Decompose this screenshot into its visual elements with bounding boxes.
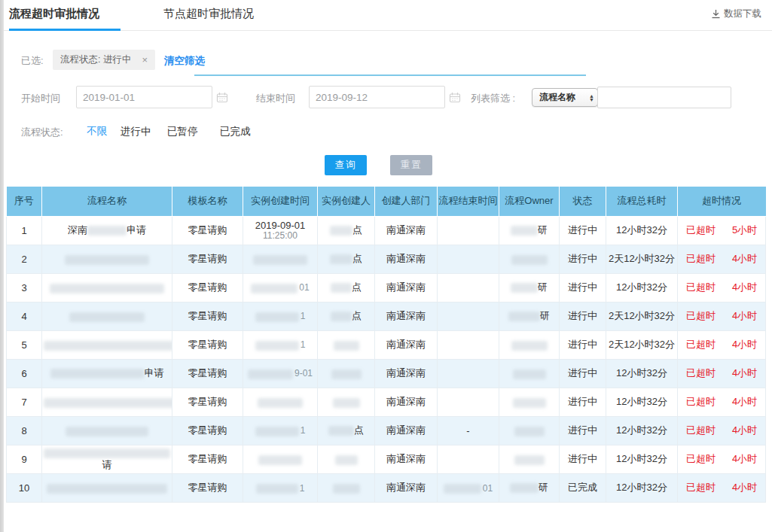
- cell-template: 零星请购: [172, 473, 243, 502]
- cell-owner: [499, 445, 560, 473]
- cell-text: 研: [540, 310, 550, 321]
- redacted-content: [513, 398, 546, 408]
- overtime-hours: 4小时: [732, 424, 757, 437]
- cell-dept: 南通深南: [375, 216, 438, 245]
- cell-duration: 12小时32分: [606, 388, 678, 416]
- tab-bar: 流程超时审批情况 节点超时审批情况 数据下载: [4, 0, 772, 31]
- cell-dept: 南通深南: [375, 245, 438, 273]
- cell-overtime: 已超时4小时: [678, 245, 766, 273]
- redacted-content: [511, 283, 538, 293]
- list-filter-keyword-input[interactable]: [597, 87, 731, 108]
- tab-node-overtime[interactable]: 节点超时审批情况: [163, 7, 254, 21]
- calendar-icon[interactable]: [449, 92, 461, 103]
- redacted-content: [251, 284, 298, 293]
- redacted-content: [511, 341, 548, 351]
- tab-process-overtime[interactable]: 流程超时审批情况: [9, 7, 99, 21]
- status-option-running[interactable]: 进行中: [121, 125, 151, 138]
- cell-text: 研: [538, 281, 548, 293]
- cell-duration: 12小时32分: [606, 416, 678, 445]
- cell-created: [243, 388, 318, 416]
- overtime-hours: 4小时: [732, 309, 757, 323]
- cell-fragment: 1: [300, 483, 305, 494]
- column-header: 实例创建人: [318, 187, 375, 216]
- column-header: 流程名称: [42, 187, 172, 216]
- start-date-field[interactable]: [76, 86, 212, 108]
- cell-duration: 12小时32分: [606, 445, 678, 473]
- column-header: 序号: [7, 187, 42, 216]
- data-download-button[interactable]: 数据下载: [711, 8, 761, 20]
- remove-filter-icon[interactable]: ×: [142, 54, 148, 65]
- overtime-status: 已超时: [686, 223, 716, 237]
- table-row: 10零星请购1南通深南01研已完成12小时32分已超时4小时: [7, 473, 766, 502]
- overtime-hours: 4小时: [732, 366, 757, 380]
- overtime-hours: 5小时: [732, 223, 757, 237]
- table-row: 2零星请购点南通深南进行中2天12小时32分已超时4小时: [7, 245, 766, 273]
- cell-created: 9-01: [243, 359, 318, 388]
- overtime-hours: 4小时: [732, 252, 757, 266]
- cell-end: [438, 388, 499, 416]
- end-date-field[interactable]: [309, 86, 445, 108]
- column-header: 流程Owner: [499, 187, 560, 216]
- cell-text: 点: [354, 424, 364, 436]
- select-arrows-icon: ▲▼: [589, 94, 594, 102]
- redacted-content: [44, 341, 172, 351]
- reset-button[interactable]: 重置: [390, 155, 432, 175]
- cell-no: 5: [7, 330, 42, 359]
- cell-name: [42, 330, 172, 359]
- table-body: 1深南申请零星请购2019-09-0111:25:00点南通深南研进行中12小时…: [7, 216, 766, 502]
- cell-name: [42, 416, 172, 445]
- cell-creator: [318, 388, 375, 416]
- cell-duration: 2天12小时32分: [606, 330, 678, 359]
- cell-status: 进行中: [560, 359, 606, 388]
- cell-owner: [499, 330, 560, 359]
- overtime-hours: 4小时: [732, 281, 757, 294]
- redacted-content: [65, 255, 149, 265]
- column-header: 流程结束时间: [438, 187, 499, 216]
- cell-created: 2019-09-0111:25:00: [243, 216, 318, 245]
- redacted-content: [335, 455, 358, 465]
- redacted-content: [66, 427, 148, 436]
- status-option-all[interactable]: 不限: [87, 125, 107, 138]
- overtime-status: 已超时: [686, 309, 716, 323]
- cell-creator: 点: [318, 302, 375, 330]
- cell-overtime: 已超时4小时: [678, 273, 766, 302]
- start-date-input[interactable]: [83, 92, 216, 103]
- cell-overtime: 已超时5小时: [678, 216, 766, 245]
- cell-creator: 点: [318, 273, 375, 302]
- cell-overtime: 已超时4小时: [678, 359, 766, 388]
- cell-no: 6: [7, 359, 42, 388]
- cell-owner: 研: [499, 302, 560, 330]
- redacted-content: [331, 283, 352, 293]
- overtime-status: 已超时: [686, 252, 716, 266]
- overtime-hours: 4小时: [732, 452, 757, 466]
- status-option-paused[interactable]: 已暂停: [167, 125, 198, 138]
- redacted-content: [258, 455, 302, 465]
- clear-filters-link[interactable]: 清空筛选: [164, 54, 205, 68]
- cell-created: 1: [243, 302, 318, 330]
- status-option-completed[interactable]: 已完成: [220, 125, 251, 138]
- cell-no: 1: [7, 216, 42, 245]
- calendar-icon[interactable]: [216, 92, 228, 103]
- list-filter-select[interactable]: 流程名称 ▲▼: [532, 88, 598, 107]
- column-header: 实例创建时间: [243, 187, 318, 216]
- cell-dept: 南通深南: [375, 445, 438, 473]
- redacted-content: [511, 255, 548, 265]
- table-head: 序号流程名称模板名称实例创建时间实例创建人创建人部门流程结束时间流程Owner状…: [7, 187, 766, 216]
- list-filter-label: 列表筛选 :: [471, 92, 515, 105]
- start-time-label: 开始时间: [21, 92, 60, 105]
- cell-status: 进行中: [560, 273, 606, 302]
- query-button[interactable]: 查询: [325, 155, 367, 175]
- cell-end: [438, 273, 499, 302]
- redacted-content: [258, 398, 303, 408]
- cell-overtime: 已超时4小时: [678, 330, 766, 359]
- redacted-content: [44, 398, 172, 408]
- cell-owner: 研: [499, 273, 560, 302]
- cell-created: 1: [243, 330, 318, 359]
- end-date-input[interactable]: [316, 92, 449, 103]
- cell-end: 01: [438, 473, 499, 502]
- cell-fragment: 01: [299, 282, 309, 293]
- table-row: 3零星请购01点南通深南研进行中12小时32分已超时4小时: [7, 273, 766, 302]
- table-row: 4零星请购1点南通深南研进行中2天12小时32分已超时4小时: [7, 302, 766, 330]
- cell-creator: [318, 473, 375, 502]
- table-row: 9请零星请购南通深南进行中12小时32分已超时4小时: [7, 445, 766, 473]
